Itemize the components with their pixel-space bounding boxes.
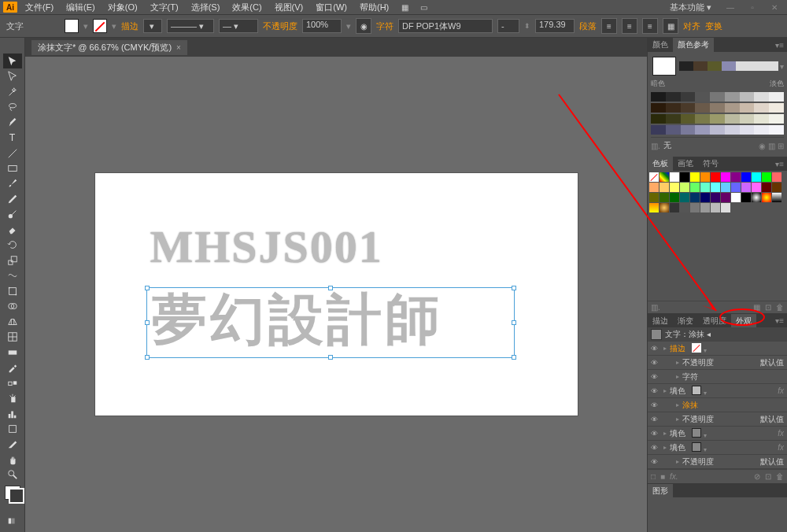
zoom-tool[interactable] xyxy=(3,467,22,482)
blend-tool[interactable] xyxy=(3,375,22,390)
appearance-row[interactable]: 👁▸描边 ▾ xyxy=(648,342,787,356)
row-swatch[interactable]: ▾ xyxy=(692,428,707,439)
fill-stroke-indicator[interactable] xyxy=(5,486,20,500)
canvas-text-english[interactable]: MHSJS001 xyxy=(150,220,383,273)
hand-tool[interactable] xyxy=(3,452,22,467)
opacity-input[interactable]: 100% xyxy=(302,19,342,33)
tab-swatches[interactable]: 色板 xyxy=(648,157,673,171)
direct-selection-tool[interactable] xyxy=(3,68,22,83)
visibility-icon[interactable]: 👁 xyxy=(651,429,660,438)
row-swatch[interactable]: ▾ xyxy=(692,442,707,453)
arrange-icon[interactable]: ▦ xyxy=(397,0,412,15)
stroke-swatch[interactable] xyxy=(93,19,107,33)
font-size[interactable]: 179.39 xyxy=(535,19,575,33)
rectangle-tool[interactable] xyxy=(3,161,22,175)
align-left-icon[interactable]: ≡ xyxy=(601,18,617,34)
appearance-row[interactable]: 👁▸填色 ▾fx xyxy=(648,427,787,441)
stroke-weight[interactable]: ▾ xyxy=(143,19,162,33)
symbol-sprayer-tool[interactable] xyxy=(3,390,22,405)
add-stroke-icon[interactable]: □ xyxy=(651,472,656,481)
fx-indicator[interactable]: fx xyxy=(778,429,784,438)
selection-handle[interactable] xyxy=(145,355,150,360)
free-transform-tool[interactable] xyxy=(3,283,22,298)
selection-handle[interactable] xyxy=(145,320,150,325)
swatch-delete-icon[interactable]: 🗑 xyxy=(776,303,784,312)
menu-help[interactable]: 帮助(H) xyxy=(355,2,394,13)
eraser-tool[interactable] xyxy=(3,222,22,237)
visibility-icon[interactable]: 👁 xyxy=(651,344,660,353)
appearance-row[interactable]: 👁▸填色 ▾fx xyxy=(648,384,787,398)
tab-brushes[interactable]: 画笔 xyxy=(673,157,698,171)
grid-icon[interactable]: ▦ xyxy=(663,18,678,34)
tab-stroke[interactable]: 描边 xyxy=(648,314,673,328)
font-style[interactable]: - xyxy=(497,19,519,33)
menu-window[interactable]: 窗口(W) xyxy=(311,2,352,13)
character-link[interactable]: 字符 xyxy=(376,20,394,32)
tab-gradient[interactable]: 渐变 xyxy=(673,314,698,328)
graph-tool[interactable] xyxy=(3,406,22,421)
color-shade-grid[interactable] xyxy=(651,92,784,135)
swatch-new-icon[interactable]: ⊡ xyxy=(765,303,771,312)
window-close[interactable]: ✕ xyxy=(765,2,784,13)
clear-icon[interactable]: ⊘ xyxy=(754,472,760,481)
align-link[interactable]: 对齐 xyxy=(683,20,700,32)
width-tool[interactable] xyxy=(3,268,22,283)
panel-menu-icon[interactable]: ▾≡ xyxy=(775,316,787,325)
selection-handle[interactable] xyxy=(328,355,333,360)
slice-tool[interactable] xyxy=(3,437,22,452)
paragraph-link[interactable]: 段落 xyxy=(579,20,597,32)
brush-def[interactable]: — ▾ xyxy=(219,19,258,33)
transform-link[interactable]: 变换 xyxy=(705,20,722,32)
screen-icon[interactable]: ▭ xyxy=(416,0,431,15)
document-tab-close[interactable]: × xyxy=(176,43,181,52)
window-maximize[interactable]: ▫ xyxy=(743,2,762,13)
perspective-tool[interactable] xyxy=(3,314,22,329)
selection-handle[interactable] xyxy=(512,286,516,290)
menu-type[interactable]: 文字(T) xyxy=(146,2,183,13)
rotate-tool[interactable] xyxy=(3,238,22,253)
visibility-icon[interactable]: 👁 xyxy=(651,415,660,424)
row-swatch[interactable]: ▾ xyxy=(692,343,707,354)
opacity-link[interactable]: 不透明度 xyxy=(263,20,297,32)
menu-file[interactable]: 文件(F) xyxy=(20,2,58,13)
tab-color-guide[interactable]: 颜色参考 xyxy=(673,38,714,52)
visibility-icon[interactable]: 👁 xyxy=(651,443,660,453)
add-effect-icon[interactable]: fx. xyxy=(670,472,678,481)
gradient-tool[interactable] xyxy=(3,345,22,360)
pencil-tool[interactable] xyxy=(3,191,22,206)
panel-menu-icon[interactable]: ▾≡ xyxy=(775,160,787,168)
menu-select[interactable]: 选择(S) xyxy=(187,2,225,13)
eyedropper-tool[interactable] xyxy=(3,360,22,375)
menu-edit[interactable]: 编辑(E) xyxy=(61,2,100,13)
panel-menu-icon[interactable]: ▾≡ xyxy=(775,41,787,50)
mesh-tool[interactable] xyxy=(3,329,22,344)
canvas-viewport[interactable]: MHSJS001 夢幻設計師 xyxy=(25,57,647,532)
visibility-icon[interactable]: 👁 xyxy=(651,401,660,410)
visibility-icon[interactable]: 👁 xyxy=(651,457,660,467)
visibility-icon[interactable]: 👁 xyxy=(651,372,660,382)
window-minimize[interactable]: — xyxy=(721,2,740,13)
fx-indicator[interactable]: fx xyxy=(778,386,784,395)
artboard-tool[interactable] xyxy=(3,421,22,436)
selection-handle[interactable] xyxy=(512,355,516,360)
tab-appearance[interactable]: 外观 xyxy=(731,314,756,328)
stroke-link[interactable]: 描边 xyxy=(121,20,139,32)
tab-transparency[interactable]: 透明度 xyxy=(698,314,731,328)
appearance-row[interactable]: 👁▸字符 xyxy=(648,370,787,384)
swatches-grid[interactable] xyxy=(648,171,787,214)
color-mode[interactable] xyxy=(3,514,22,529)
align-right-icon[interactable]: ≡ xyxy=(642,18,658,34)
selection-tool[interactable] xyxy=(3,54,22,68)
selection-handle[interactable] xyxy=(145,286,150,290)
type-tool[interactable]: T xyxy=(3,130,22,145)
appearance-row[interactable]: 👁▸涂抹 xyxy=(648,398,787,412)
shape-builder-tool[interactable] xyxy=(3,299,22,314)
menu-effect[interactable]: 效果(C) xyxy=(227,2,266,13)
visibility-icon[interactable]: 👁 xyxy=(651,386,660,396)
duplicate-icon[interactable]: ⊡ xyxy=(765,472,771,481)
stroke-profile[interactable]: ——— ▾ xyxy=(167,19,214,33)
paintbrush-tool[interactable] xyxy=(3,176,22,191)
pen-tool[interactable] xyxy=(3,115,22,130)
recolor-icon[interactable]: ◉ xyxy=(356,18,371,34)
menu-object[interactable]: 对象(O) xyxy=(103,2,142,13)
